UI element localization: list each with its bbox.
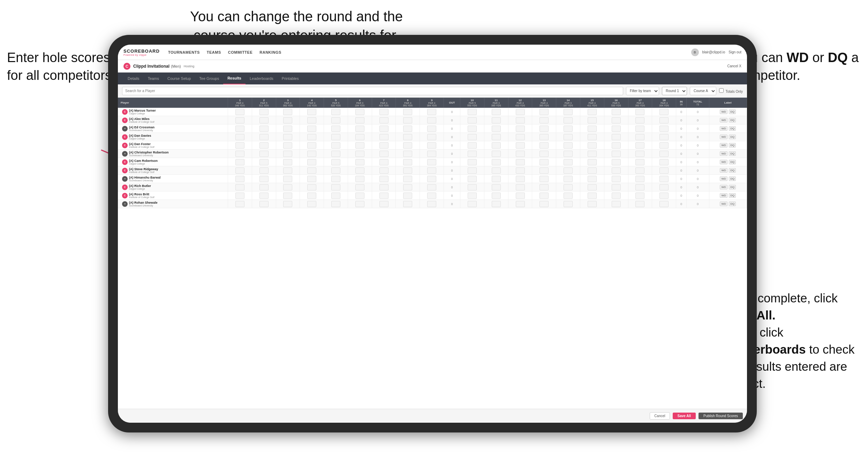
- hole-14-input[interactable]: [556, 116, 580, 125]
- hole-5-score-input[interactable]: [331, 109, 340, 115]
- hole-16-score-input[interactable]: [612, 184, 621, 190]
- hole-14-score-input[interactable]: [564, 142, 573, 149]
- hole-9-input[interactable]: [420, 133, 444, 141]
- hole-12-score-input[interactable]: [516, 126, 525, 132]
- hole-6-input[interactable]: [348, 133, 372, 141]
- hole-18-score-input[interactable]: [659, 142, 669, 149]
- hole-7-score-input[interactable]: [379, 126, 388, 132]
- sign-out-link[interactable]: Sign out: [729, 50, 741, 54]
- hole-17-input[interactable]: [628, 125, 652, 133]
- hole-16-input[interactable]: [604, 166, 628, 175]
- hole-18-input[interactable]: [652, 158, 676, 166]
- hole-15-score-input[interactable]: [588, 151, 597, 157]
- hole-12-input[interactable]: [508, 141, 532, 150]
- hole-3-score-input[interactable]: [283, 151, 292, 157]
- hole-9-input[interactable]: [420, 150, 444, 158]
- hole-18-input[interactable]: [652, 150, 676, 158]
- hole-15-input[interactable]: [580, 116, 604, 125]
- wd-button[interactable]: WD: [720, 118, 727, 122]
- hole-11-score-input[interactable]: [492, 109, 501, 115]
- hole-2-score-input[interactable]: [259, 184, 269, 190]
- hole-7-score-input[interactable]: [379, 201, 388, 207]
- hole-13-score-input[interactable]: [539, 134, 549, 140]
- hole-2-input[interactable]: [252, 150, 276, 158]
- hole-12-score-input[interactable]: [516, 201, 525, 207]
- hole-11-input[interactable]: [484, 175, 508, 183]
- hole-4-score-input[interactable]: [307, 117, 316, 123]
- hole-8-input[interactable]: [396, 191, 420, 200]
- hole-6-score-input[interactable]: [355, 159, 364, 165]
- hole-1-score-input[interactable]: [235, 184, 244, 190]
- hole-11-score-input[interactable]: [492, 159, 501, 165]
- hole-17-score-input[interactable]: [635, 176, 644, 182]
- hole-11-score-input[interactable]: [492, 176, 501, 182]
- hole-3-score-input[interactable]: [283, 126, 292, 132]
- nav-teams[interactable]: TEAMS: [207, 50, 221, 54]
- course-select[interactable]: Course A: [690, 87, 716, 95]
- hole-11-score-input[interactable]: [492, 117, 501, 123]
- hole-4-score-input[interactable]: [307, 193, 316, 199]
- hole-10-score-input[interactable]: [468, 126, 477, 132]
- hole-3-score-input[interactable]: [283, 159, 292, 165]
- tab-leaderboards[interactable]: Leaderboards: [246, 73, 278, 84]
- hole-2-score-input[interactable]: [259, 142, 269, 149]
- tab-details[interactable]: Details: [123, 73, 144, 84]
- hole-1-input[interactable]: [228, 166, 252, 175]
- save-all-button[interactable]: Save All: [673, 413, 696, 419]
- hole-5-input[interactable]: [324, 175, 348, 183]
- hole-11-score-input[interactable]: [492, 151, 501, 157]
- dq-button[interactable]: DQ: [729, 118, 736, 122]
- hole-2-input[interactable]: [252, 183, 276, 191]
- hole-17-input[interactable]: [628, 133, 652, 141]
- hole-12-score-input[interactable]: [516, 142, 525, 149]
- hole-14-score-input[interactable]: [564, 134, 573, 140]
- hole-2-score-input[interactable]: [259, 134, 269, 140]
- hole-11-score-input[interactable]: [492, 167, 501, 174]
- hole-15-score-input[interactable]: [588, 167, 597, 174]
- hole-8-input[interactable]: [396, 150, 420, 158]
- hole-15-score-input[interactable]: [588, 117, 597, 123]
- hole-11-input[interactable]: [484, 108, 508, 116]
- hole-10-score-input[interactable]: [468, 117, 477, 123]
- hole-12-input[interactable]: [508, 166, 532, 175]
- hole-15-input[interactable]: [580, 183, 604, 191]
- hole-18-score-input[interactable]: [659, 109, 669, 115]
- hole-8-score-input[interactable]: [403, 126, 412, 132]
- hole-3-input[interactable]: [276, 133, 300, 141]
- hole-8-score-input[interactable]: [403, 176, 412, 182]
- hole-8-score-input[interactable]: [403, 159, 412, 165]
- hole-5-input[interactable]: [324, 183, 348, 191]
- hole-6-score-input[interactable]: [355, 167, 364, 174]
- publish-button[interactable]: Publish Round Scores: [699, 413, 743, 419]
- hole-1-score-input[interactable]: [235, 193, 244, 199]
- hole-11-input[interactable]: [484, 166, 508, 175]
- cancel-button[interactable]: Cancel: [650, 412, 670, 420]
- hole-10-input[interactable]: [460, 116, 484, 125]
- hole-14-score-input[interactable]: [564, 201, 573, 207]
- hole-3-score-input[interactable]: [283, 117, 292, 123]
- hole-7-input[interactable]: [372, 108, 396, 116]
- hole-15-score-input[interactable]: [588, 126, 597, 132]
- hole-3-input[interactable]: [276, 175, 300, 183]
- dq-button[interactable]: DQ: [729, 110, 736, 114]
- hole-16-input[interactable]: [604, 150, 628, 158]
- hole-6-input[interactable]: [348, 116, 372, 125]
- hole-1-score-input[interactable]: [235, 117, 244, 123]
- hole-13-input[interactable]: [532, 125, 556, 133]
- hole-5-input[interactable]: [324, 108, 348, 116]
- hole-15-score-input[interactable]: [588, 193, 597, 199]
- hole-9-score-input[interactable]: [427, 142, 436, 149]
- hole-9-score-input[interactable]: [427, 159, 436, 165]
- hole-13-input[interactable]: [532, 191, 556, 200]
- tab-printables[interactable]: Printables: [278, 73, 303, 84]
- hole-8-score-input[interactable]: [403, 184, 412, 190]
- hole-16-score-input[interactable]: [612, 117, 621, 123]
- hole-18-score-input[interactable]: [659, 167, 669, 174]
- hole-13-score-input[interactable]: [539, 193, 549, 199]
- hole-12-input[interactable]: [508, 150, 532, 158]
- hole-17-score-input[interactable]: [635, 151, 644, 157]
- hole-18-score-input[interactable]: [659, 151, 669, 157]
- hole-13-input[interactable]: [532, 108, 556, 116]
- hole-5-input[interactable]: [324, 150, 348, 158]
- hole-4-input[interactable]: [300, 141, 324, 150]
